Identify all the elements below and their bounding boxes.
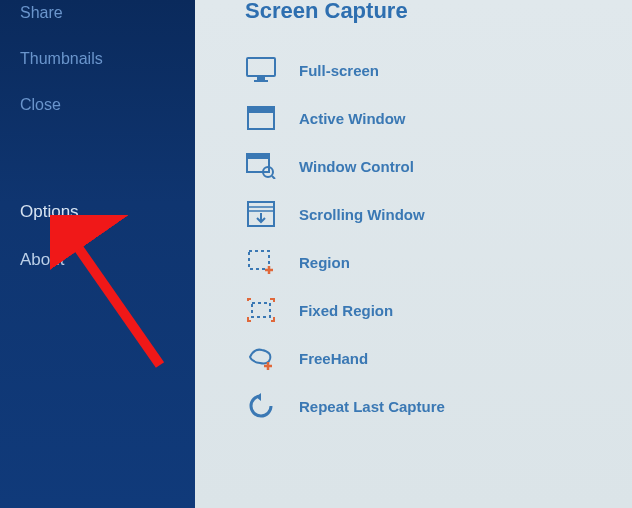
- repeat-icon: [245, 392, 277, 420]
- svg-rect-13: [252, 303, 270, 317]
- capture-label: Repeat Last Capture: [299, 398, 445, 415]
- capture-item-region[interactable]: Region: [245, 238, 602, 286]
- sidebar-item-label: Close: [20, 96, 61, 113]
- svg-rect-12: [249, 251, 269, 269]
- sidebar-item-thumbnails[interactable]: Thumbnails: [0, 36, 195, 82]
- capture-item-fullscreen[interactable]: Full-screen: [245, 46, 602, 94]
- svg-rect-1: [257, 76, 265, 80]
- sidebar-item-label: Share: [20, 4, 63, 21]
- capture-label: Scrolling Window: [299, 206, 425, 223]
- scroll-icon: [245, 200, 277, 228]
- svg-rect-2: [254, 80, 268, 82]
- region-icon: [245, 248, 277, 276]
- sidebar-item-label: Thumbnails: [20, 50, 103, 67]
- capture-item-scrolling-window[interactable]: Scrolling Window: [245, 190, 602, 238]
- sidebar-item-about[interactable]: About: [0, 236, 195, 284]
- capture-label: Window Control: [299, 158, 414, 175]
- svg-line-8: [272, 176, 275, 179]
- fixed-region-icon: [245, 296, 277, 324]
- main-panel: Screen Capture Full-screen Active Window: [195, 0, 632, 508]
- capture-label: Active Window: [299, 110, 406, 127]
- freehand-icon: [245, 344, 277, 372]
- capture-label: Region: [299, 254, 350, 271]
- sidebar-item-label: Options: [20, 202, 79, 221]
- capture-label: Full-screen: [299, 62, 379, 79]
- capture-label: FreeHand: [299, 350, 368, 367]
- sidebar-item-close[interactable]: Close: [0, 82, 195, 128]
- sidebar-item-label: About: [20, 250, 64, 269]
- capture-label: Fixed Region: [299, 302, 393, 319]
- sidebar: Share Thumbnails Close Options About: [0, 0, 195, 508]
- svg-rect-6: [247, 154, 269, 159]
- sidebar-item-options[interactable]: Options: [0, 188, 195, 236]
- window-search-icon: [245, 152, 277, 180]
- svg-rect-0: [247, 58, 275, 76]
- capture-item-repeat[interactable]: Repeat Last Capture: [245, 382, 602, 430]
- capture-item-fixed-region[interactable]: Fixed Region: [245, 286, 602, 334]
- monitor-icon: [245, 56, 277, 84]
- capture-item-freehand[interactable]: FreeHand: [245, 334, 602, 382]
- sidebar-item-share[interactable]: Share: [0, 0, 195, 36]
- svg-rect-4: [248, 107, 274, 113]
- page-title: Screen Capture: [245, 0, 602, 24]
- capture-item-window-control[interactable]: Window Control: [245, 142, 602, 190]
- capture-item-active-window[interactable]: Active Window: [245, 94, 602, 142]
- window-icon: [245, 104, 277, 132]
